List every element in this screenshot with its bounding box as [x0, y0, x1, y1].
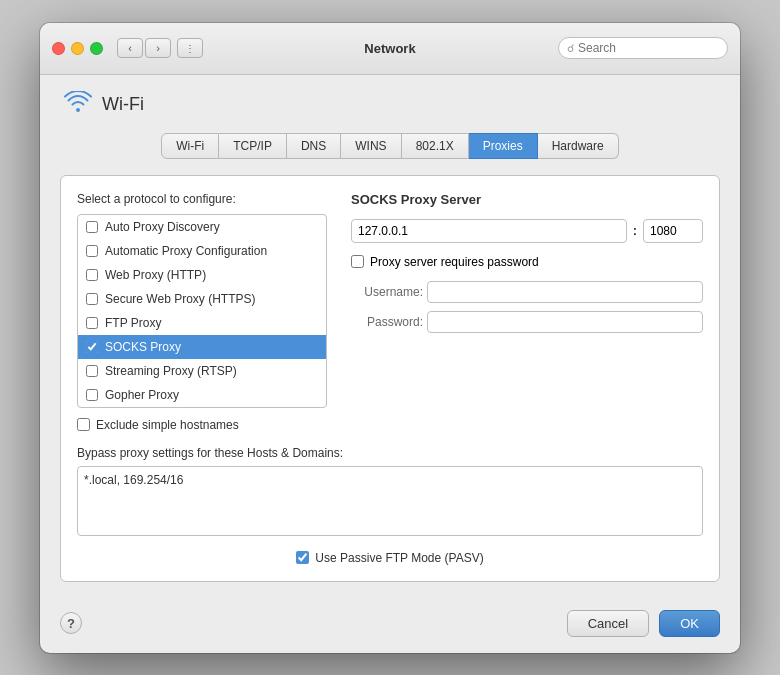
auto-proxy-checkbox[interactable]: [86, 221, 98, 233]
tab-proxies[interactable]: Proxies: [469, 133, 538, 159]
right-column: SOCKS Proxy Server : Proxy server requir…: [351, 192, 703, 432]
password-row-field: Password:: [351, 311, 703, 333]
left-column: Select a protocol to configure: Auto Pro…: [77, 192, 327, 432]
requires-password-checkbox[interactable]: [351, 255, 364, 268]
web-http-label: Web Proxy (HTTP): [105, 268, 206, 282]
help-button[interactable]: ?: [60, 612, 82, 634]
exclude-hostnames-checkbox[interactable]: [77, 418, 90, 431]
auth-fields: Username: Password:: [351, 281, 703, 333]
main-window: ‹ › ⋮ Network ☌ Wi-Fi Wi-Fi: [40, 23, 740, 653]
ftp-checkbox[interactable]: [86, 317, 98, 329]
web-http-checkbox[interactable]: [86, 269, 98, 281]
bypass-textarea[interactable]: *.local, 169.254/16: [77, 466, 703, 536]
close-button[interactable]: [52, 42, 65, 55]
search-box[interactable]: ☌: [558, 37, 728, 59]
protocol-item-secure-web[interactable]: Secure Web Proxy (HTTPS): [78, 287, 326, 311]
streaming-checkbox[interactable]: [86, 365, 98, 377]
window-title: Network: [364, 41, 415, 56]
tab-wins[interactable]: WINS: [341, 133, 401, 159]
password-field-label: Password:: [351, 315, 423, 329]
tab-dns[interactable]: DNS: [287, 133, 341, 159]
cancel-button[interactable]: Cancel: [567, 610, 649, 637]
bypass-section: Bypass proxy settings for these Hosts & …: [77, 446, 703, 539]
exclude-label: Exclude simple hostnames: [96, 418, 239, 432]
ftp-label: FTP Proxy: [105, 316, 161, 330]
socks-server-title: SOCKS Proxy Server: [351, 192, 703, 207]
gopher-label: Gopher Proxy: [105, 388, 179, 402]
protocol-item-socks[interactable]: SOCKS Proxy: [78, 335, 326, 359]
protocol-item-auto-config[interactable]: Automatic Proxy Configuration: [78, 239, 326, 263]
server-host-row: :: [351, 219, 703, 243]
back-button[interactable]: ‹: [117, 38, 143, 58]
secure-web-checkbox[interactable]: [86, 293, 98, 305]
protocol-list: Auto Proxy Discovery Automatic Proxy Con…: [77, 214, 327, 408]
search-input[interactable]: [578, 41, 698, 55]
wifi-header: Wi-Fi: [60, 91, 720, 119]
pasv-label: Use Passive FTP Mode (PASV): [315, 551, 483, 565]
streaming-label: Streaming Proxy (RTSP): [105, 364, 237, 378]
wifi-label: Wi-Fi: [102, 94, 144, 115]
password-checkbox-row: Proxy server requires password: [351, 255, 703, 269]
server-port-input[interactable]: [643, 219, 703, 243]
socks-label: SOCKS Proxy: [105, 340, 181, 354]
tab-hardware[interactable]: Hardware: [538, 133, 619, 159]
password-input[interactable]: [427, 311, 703, 333]
search-icon: ☌: [567, 42, 574, 55]
auto-config-label: Automatic Proxy Configuration: [105, 244, 267, 258]
maximize-button[interactable]: [90, 42, 103, 55]
bottom-bar: ? Cancel OK: [40, 598, 740, 653]
protocol-item-auto-proxy[interactable]: Auto Proxy Discovery: [78, 215, 326, 239]
username-input[interactable]: [427, 281, 703, 303]
username-label: Username:: [351, 285, 423, 299]
minimize-button[interactable]: [71, 42, 84, 55]
titlebar: ‹ › ⋮ Network ☌: [40, 23, 740, 75]
settings-panel: Select a protocol to configure: Auto Pro…: [60, 175, 720, 582]
auto-proxy-label: Auto Proxy Discovery: [105, 220, 220, 234]
secure-web-label: Secure Web Proxy (HTTPS): [105, 292, 255, 306]
traffic-lights: [52, 42, 103, 55]
tab-8021x[interactable]: 802.1X: [402, 133, 469, 159]
socks-checkbox[interactable]: [86, 341, 98, 353]
password-checkbox-label: Proxy server requires password: [370, 255, 539, 269]
pasv-row: Use Passive FTP Mode (PASV): [77, 551, 703, 565]
colon-separator: :: [633, 223, 637, 238]
protocol-section-label: Select a protocol to configure:: [77, 192, 327, 206]
tab-wifi[interactable]: Wi-Fi: [161, 133, 219, 159]
protocol-item-gopher[interactable]: Gopher Proxy: [78, 383, 326, 407]
tab-tcpip[interactable]: TCP/IP: [219, 133, 287, 159]
pasv-checkbox[interactable]: [296, 551, 309, 564]
protocol-item-streaming[interactable]: Streaming Proxy (RTSP): [78, 359, 326, 383]
action-buttons: Cancel OK: [567, 610, 720, 637]
username-row: Username:: [351, 281, 703, 303]
forward-button[interactable]: ›: [145, 38, 171, 58]
bypass-label: Bypass proxy settings for these Hosts & …: [77, 446, 703, 460]
two-column-layout: Select a protocol to configure: Auto Pro…: [77, 192, 703, 432]
nav-buttons: ‹ ›: [117, 38, 171, 58]
ok-button[interactable]: OK: [659, 610, 720, 637]
wifi-icon: [64, 91, 92, 119]
server-host-input[interactable]: [351, 219, 627, 243]
protocol-item-ftp[interactable]: FTP Proxy: [78, 311, 326, 335]
protocol-item-web-http[interactable]: Web Proxy (HTTP): [78, 263, 326, 287]
exclude-row: Exclude simple hostnames: [77, 418, 327, 432]
tab-bar: Wi-Fi TCP/IP DNS WINS 802.1X Proxies Har…: [60, 133, 720, 159]
gopher-checkbox[interactable]: [86, 389, 98, 401]
grid-button[interactable]: ⋮: [177, 38, 203, 58]
content-area: Wi-Fi Wi-Fi TCP/IP DNS WINS 802.1X Proxi…: [40, 75, 740, 598]
auto-config-checkbox[interactable]: [86, 245, 98, 257]
